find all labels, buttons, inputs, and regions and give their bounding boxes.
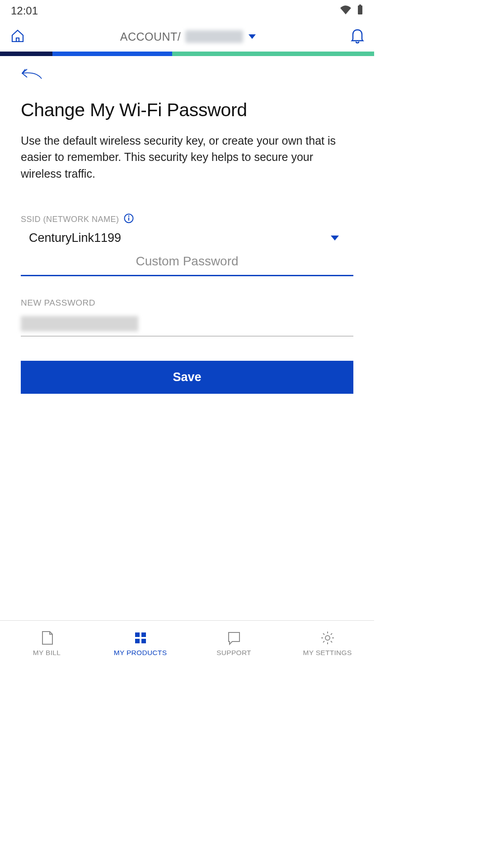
info-icon[interactable] bbox=[124, 213, 134, 226]
account-number-redacted bbox=[185, 30, 243, 43]
battery-icon bbox=[357, 5, 363, 17]
bottom-nav: MY BILL MY PRODUCTS SUPPORT MY SETTINGS bbox=[0, 620, 374, 665]
nav-label: MY SETTINGS bbox=[303, 649, 352, 657]
account-prefix: ACCOUNT/ bbox=[120, 30, 181, 43]
new-password-label: NEW PASSWORD bbox=[21, 298, 353, 308]
ssid-selector[interactable]: CenturyLink1199 bbox=[21, 231, 353, 245]
notification-icon[interactable] bbox=[351, 28, 364, 45]
chevron-down-icon bbox=[331, 236, 339, 241]
nav-label: MY PRODUCTS bbox=[114, 649, 167, 657]
status-bar: 12:01 bbox=[0, 0, 374, 22]
svg-rect-5 bbox=[135, 632, 140, 637]
nav-my-bill[interactable]: MY BILL bbox=[0, 621, 94, 665]
svg-point-9 bbox=[325, 636, 330, 640]
nav-support[interactable]: SUPPORT bbox=[187, 621, 281, 665]
chevron-down-icon bbox=[249, 34, 256, 39]
status-icons bbox=[340, 5, 363, 17]
nav-label: MY BILL bbox=[33, 649, 61, 657]
nav-label: SUPPORT bbox=[216, 649, 251, 657]
clock-text: 12:01 bbox=[11, 5, 38, 17]
app-bar: ACCOUNT/ bbox=[0, 22, 374, 52]
brand-color-bar bbox=[0, 52, 374, 56]
page-title: Change My Wi-Fi Password bbox=[21, 99, 353, 121]
home-icon[interactable] bbox=[10, 28, 25, 45]
nav-my-settings[interactable]: MY SETTINGS bbox=[281, 621, 374, 665]
ssid-label: SSID (NETWORK NAME) bbox=[21, 213, 353, 226]
new-password-input[interactable] bbox=[21, 316, 353, 336]
svg-point-4 bbox=[128, 215, 129, 217]
wifi-icon bbox=[340, 5, 352, 17]
svg-rect-1 bbox=[358, 5, 362, 14]
account-selector[interactable]: ACCOUNT/ bbox=[120, 30, 256, 43]
custom-password-input[interactable]: Custom Password bbox=[21, 254, 353, 276]
svg-rect-0 bbox=[359, 5, 361, 5]
password-value-redacted bbox=[21, 316, 138, 331]
svg-rect-8 bbox=[141, 639, 146, 643]
svg-rect-3 bbox=[128, 217, 129, 221]
nav-my-products[interactable]: MY PRODUCTS bbox=[94, 621, 187, 665]
svg-rect-7 bbox=[135, 639, 140, 643]
svg-rect-6 bbox=[141, 632, 146, 637]
page-description: Use the default wireless security key, o… bbox=[21, 132, 353, 182]
save-button[interactable]: Save bbox=[21, 361, 353, 394]
back-button[interactable] bbox=[21, 68, 353, 81]
ssid-value: CenturyLink1199 bbox=[29, 231, 121, 245]
